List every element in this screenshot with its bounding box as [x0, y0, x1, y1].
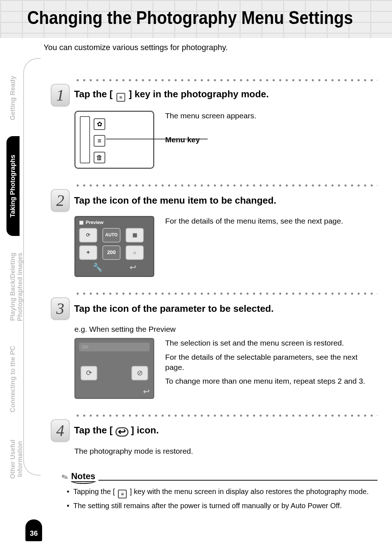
step-4: 4 Tap the [ ↩ ] icon. The photography mo…	[51, 413, 377, 456]
sidebar: Getting Ready Taking Photographs Playing…	[10, 58, 41, 476]
step-3: 3 Tap the icon of the parameter to be se…	[51, 291, 377, 399]
main-content: 1 Tap the [ ≡ ] key in the photography m…	[51, 71, 377, 513]
pen-icon: ✎	[60, 472, 70, 483]
notes-section: ✎ Notes Tapping the [ ≡ ] key with the m…	[62, 471, 377, 511]
step-1-title: Tap the [ ≡ ] key in the photography mod…	[74, 89, 269, 102]
wrench-icon: 🔧	[93, 262, 102, 273]
preview-off-icon: ⊘	[131, 366, 148, 380]
step-1-title-after: ] key in the photography mode.	[126, 89, 269, 99]
tab-taking-photographs[interactable]: Taking Photographs	[7, 136, 20, 236]
dots-divider	[74, 183, 377, 188]
tab-connecting-pc[interactable]: Connecting to the PC	[7, 338, 20, 421]
menu-icon: ≡	[117, 93, 125, 102]
step-4-title: Tap the [ ↩ ] icon.	[74, 425, 159, 437]
preview-on-icon: ⟳	[81, 366, 97, 380]
back-icon: ↩	[115, 427, 128, 437]
intro-text: You can customize various settings for p…	[44, 43, 377, 52]
brightness-icon: ☼	[126, 245, 144, 260]
page-number-badge: 36	[25, 519, 42, 541]
menu-key-icon: ≡	[94, 135, 105, 147]
tab-playing-back[interactable]: Playing Back/Deleting Photographed Image…	[7, 238, 27, 336]
step-2-title: Tap the icon of the menu item to be chan…	[74, 195, 276, 206]
step-2-desc: For the details of the menu items, see t…	[165, 216, 377, 226]
auto-icon: AUTO	[102, 228, 121, 242]
step-4-desc: The photography mode is restored.	[74, 446, 377, 456]
note-1-before: Tapping the [	[73, 487, 117, 495]
page-title-wrap: Changing the Photography Menu Settings	[22, 7, 381, 28]
dots-divider	[74, 291, 377, 296]
note-item-2: The setting still remains after the powe…	[67, 501, 377, 511]
iso-icon: 200	[102, 245, 121, 260]
dots-divider	[74, 413, 377, 418]
camera-back-illustration: ✿ ≡ 🗑	[74, 111, 154, 169]
step-3-desc2: For the details of the selectable parame…	[165, 352, 377, 373]
menu-key-label: Menu key	[165, 135, 377, 145]
doc-small-icon: ▦	[79, 219, 83, 226]
note-item-1: Tapping the [ ≡ ] key with the menu scre…	[67, 486, 377, 499]
tab-getting-ready[interactable]: Getting Ready	[7, 62, 20, 134]
tab-other-info[interactable]: Other Useful Information	[7, 423, 27, 495]
step-3-sub: e.g. When setting the Preview	[74, 324, 377, 334]
notes-rule	[98, 480, 377, 481]
color-icon: ▦	[126, 228, 144, 242]
step-3-desc1: The selection is set and the menu screen…	[165, 338, 377, 348]
flower-icon: ✿	[94, 118, 105, 130]
step-2: 2 Tap the icon of the menu item to be ch…	[51, 183, 377, 277]
step-number-1: 1	[51, 84, 70, 106]
dots-divider	[74, 78, 377, 82]
step-4-title-before: Tap the [	[74, 425, 115, 436]
step-3-title: Tap the icon of the parameter to be sele…	[74, 303, 274, 314]
notes-heading: Notes	[71, 471, 95, 482]
menu-icon: ≡	[118, 490, 127, 498]
note-1-after: ] key with the menu screen in display al…	[128, 487, 369, 495]
trash-icon: 🗑	[94, 152, 105, 163]
callout-line	[106, 139, 208, 139]
step-1: 1 Tap the [ ≡ ] key in the photography m…	[51, 78, 377, 169]
param-label: On	[79, 343, 150, 351]
preview-icon: ⟳	[79, 228, 97, 242]
step-3-desc3: To change more than one menu item, repea…	[165, 376, 377, 386]
step-number-3: 3	[51, 297, 70, 320]
menu-screen-illustration: ▦Preview ⟳ AUTO ▦ ✦ 200 ☼ 🔧 ↩	[74, 216, 154, 277]
menu-header-label: Preview	[86, 219, 103, 226]
page-title: Changing the Photography Menu Settings	[27, 7, 353, 28]
return-icon: ↩	[143, 387, 150, 396]
step-4-title-after: ] icon.	[128, 425, 159, 436]
quality-icon: ✦	[79, 245, 97, 260]
step-1-title-before: Tap the [	[74, 89, 115, 99]
return-icon: ↩	[130, 262, 136, 273]
step-1-desc: The menu screen appears.	[165, 111, 377, 121]
step-number-4: 4	[51, 419, 70, 442]
parameter-screen-illustration: On ⟳ ⊘ ↩	[74, 338, 154, 399]
step-number-2: 2	[51, 189, 70, 212]
